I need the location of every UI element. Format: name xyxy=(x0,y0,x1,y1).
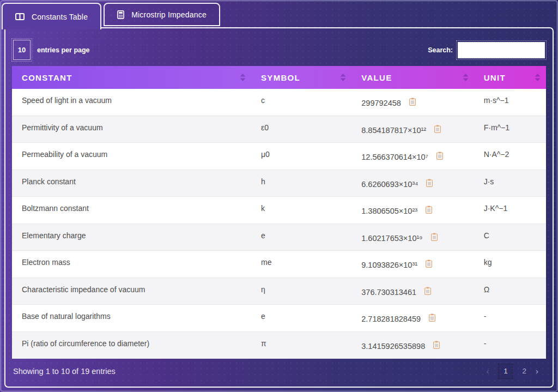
sort-icon xyxy=(535,74,541,81)
table-row: Elementary chargee1.60217653×10¹⁹C xyxy=(12,224,546,251)
clipboard-icon xyxy=(431,233,438,241)
table-row: Permeability of a vacuumμ012.566370614×1… xyxy=(12,143,546,170)
column-label: CONSTANT xyxy=(22,73,72,82)
value-cell: 8.854187817×10¹² xyxy=(351,116,474,143)
clipboard-icon xyxy=(426,260,432,268)
symbol-cell: h xyxy=(251,170,351,197)
tab-label: Constants Table xyxy=(32,13,88,21)
sort-icon xyxy=(340,74,346,81)
value-text: 376.730313461 xyxy=(361,288,416,297)
content-panel: 10 entries per page Search: CONSTANT SYM… xyxy=(4,27,554,388)
value-text: 3.1415926535898 xyxy=(361,342,425,351)
constant-cell: Planck constant xyxy=(12,170,251,197)
clipboard-icon xyxy=(434,125,441,133)
tab-microstrip-impedance[interactable]: Microstrip Impedance xyxy=(104,3,220,26)
table-row: Speed of light in a vacuumc299792458m·s^… xyxy=(12,89,546,116)
copy-value-button[interactable] xyxy=(431,233,438,241)
copy-value-button[interactable] xyxy=(434,125,441,133)
unit-cell: Ω xyxy=(474,278,546,305)
table-row: Permittivity of a vacuumε08.854187817×10… xyxy=(12,116,546,143)
clipboard-icon xyxy=(426,206,432,214)
copy-value-button[interactable] xyxy=(426,179,433,187)
constant-cell: Permeability of a vacuum xyxy=(12,143,251,170)
search-input[interactable] xyxy=(458,42,545,58)
unit-cell: J·s xyxy=(474,170,546,197)
value-text: 9.1093826×10³¹ xyxy=(361,261,417,269)
unit-cell: N·A^−2 xyxy=(474,143,546,170)
pagination: ‹ 1 2 › xyxy=(486,364,538,379)
column-header-constant[interactable]: CONSTANT xyxy=(12,66,251,89)
table-footer: Showing 1 to 10 of 19 entries ‹ 1 2 › xyxy=(12,359,546,387)
value-cell: 9.1093826×10³¹ xyxy=(351,251,474,278)
value-cell: 1.3806505×10²³ xyxy=(351,197,474,224)
entries-per-page-label: entries per page xyxy=(37,46,90,54)
column-header-symbol[interactable]: SYMBOL xyxy=(251,66,351,89)
tab-constants-table[interactable]: Constants Table xyxy=(2,3,101,29)
value-cell: 1.60217653×10¹⁹ xyxy=(351,224,474,251)
entries-per-page-select[interactable]: 10 xyxy=(13,40,31,60)
value-text: 12.566370614×10⁷ xyxy=(361,153,428,161)
value-cell: 6.6260693×10³⁴ xyxy=(351,170,474,197)
value-text: 1.60217653×10¹⁹ xyxy=(361,234,422,243)
symbol-cell: e xyxy=(251,224,351,251)
table-status: Showing 1 to 10 of 19 entries xyxy=(13,367,116,376)
copy-value-button[interactable] xyxy=(409,98,416,106)
clipboard-icon xyxy=(429,313,435,322)
value-cell: 376.730313461 xyxy=(351,278,474,305)
search-label: Search: xyxy=(428,46,453,54)
entries-per-page-value: 10 xyxy=(18,46,26,54)
column-label: SYMBOL xyxy=(261,73,300,82)
table-row: Characteristic impedance of vacuumη376.7… xyxy=(12,278,546,305)
constant-cell: Speed of light in a vacuum xyxy=(12,89,251,116)
table-toolbar: 10 entries per page Search: xyxy=(13,40,545,60)
copy-value-button[interactable] xyxy=(436,152,443,160)
table-row: Base of natural logarithmse2.71828182845… xyxy=(12,305,546,332)
symbol-cell: e xyxy=(251,305,351,331)
column-header-value[interactable]: VALUE xyxy=(351,66,474,89)
constant-cell: Base of natural logarithms xyxy=(12,305,251,331)
unit-cell: F·m^−1 xyxy=(474,116,546,143)
unit-cell: C xyxy=(474,224,546,251)
column-label: UNIT xyxy=(484,73,506,82)
pagination-page-1[interactable]: 1 xyxy=(498,364,513,379)
unit-cell: - xyxy=(474,332,546,359)
pagination-prev-button[interactable]: ‹ xyxy=(486,366,489,376)
app-root: Constants Table Microstrip Impedance 10 xyxy=(0,0,558,392)
constant-cell: Permittivity of a vacuum xyxy=(12,116,251,143)
table-row: Pi (ratio of circumference to diameter)π… xyxy=(12,332,546,359)
unit-cell: m·s^−1 xyxy=(474,89,546,116)
table-body: Speed of light in a vacuumc299792458m·s^… xyxy=(12,89,546,359)
sort-icon xyxy=(463,74,469,81)
clipboard-icon xyxy=(436,152,443,160)
calculator-icon xyxy=(117,10,124,19)
table-icon xyxy=(15,13,25,20)
column-header-unit[interactable]: UNIT xyxy=(474,66,546,89)
unit-cell: kg xyxy=(474,251,546,278)
copy-value-button[interactable] xyxy=(426,206,432,214)
copy-value-button[interactable] xyxy=(429,313,435,322)
value-text: 2.718281828459 xyxy=(361,315,421,323)
copy-value-button[interactable] xyxy=(433,341,440,349)
symbol-cell: ε0 xyxy=(251,116,351,143)
value-cell: 3.1415926535898 xyxy=(351,332,474,359)
constant-cell: Characteristic impedance of vacuum xyxy=(12,278,251,305)
tab-label: Microstrip Impedance xyxy=(131,10,207,19)
value-cell: 2.718281828459 xyxy=(351,305,474,331)
value-cell: 12.566370614×10⁷ xyxy=(351,143,474,170)
value-text: 8.854187817×10¹² xyxy=(361,126,426,135)
symbol-cell: π xyxy=(251,332,351,359)
clipboard-icon xyxy=(433,341,440,349)
symbol-cell: η xyxy=(251,278,351,305)
pagination-page-2[interactable]: 2 xyxy=(522,367,526,375)
copy-value-button[interactable] xyxy=(426,260,432,268)
copy-value-button[interactable] xyxy=(424,287,431,295)
value-text: 1.3806505×10²³ xyxy=(361,207,417,215)
pagination-next-button[interactable]: › xyxy=(536,366,538,376)
clipboard-icon xyxy=(426,179,433,187)
value-text: 299792458 xyxy=(361,99,401,107)
symbol-cell: me xyxy=(251,251,351,278)
table-row: Boltzmann constantk1.3806505×10²³J·K^−1 xyxy=(12,197,546,224)
unit-cell: J·K^−1 xyxy=(474,197,546,224)
constant-cell: Boltzmann constant xyxy=(12,197,251,224)
constant-cell: Electron mass xyxy=(12,251,251,278)
